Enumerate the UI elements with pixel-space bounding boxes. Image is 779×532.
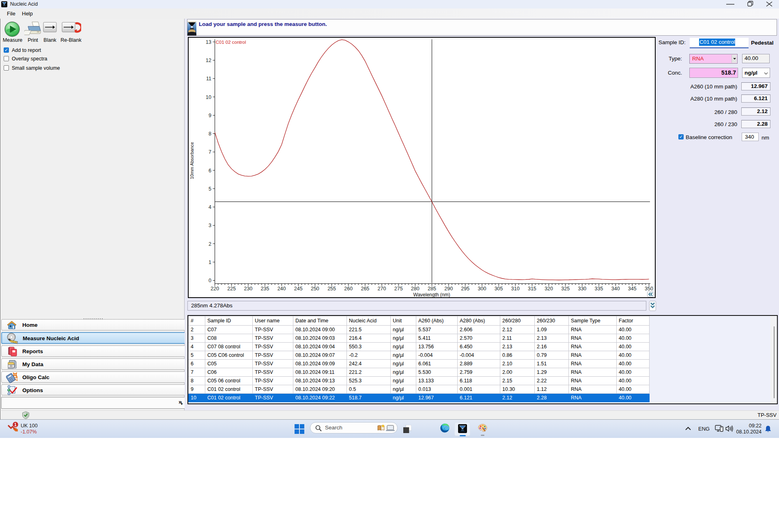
svg-text:1: 1 [14,422,17,427]
svg-text:250: 250 [311,286,319,292]
svg-text:235: 235 [261,286,269,292]
svg-text:10: 10 [206,94,211,100]
svg-text:4: 4 [209,204,211,210]
svg-text:320: 320 [544,286,553,292]
svg-text:345: 345 [628,286,637,292]
svg-text:3: 3 [209,223,211,228]
svg-text:1: 1 [209,260,211,265]
svg-text:5: 5 [209,186,211,192]
svg-text:13: 13 [206,39,211,45]
svg-text:2: 2 [209,241,211,247]
svg-text:305: 305 [495,286,503,292]
svg-text:290: 290 [444,286,453,292]
svg-text:C01 02 control: C01 02 control [216,40,246,45]
svg-text:9: 9 [209,113,211,118]
svg-text:Wavelength (nm): Wavelength (nm) [413,292,450,298]
svg-text:310: 310 [511,286,520,292]
svg-text:0: 0 [209,278,211,283]
svg-text:315: 315 [528,286,536,292]
svg-text:220: 220 [211,286,219,292]
svg-text:240: 240 [278,286,286,292]
svg-text:12: 12 [206,58,211,63]
svg-text:275: 275 [394,286,403,292]
svg-text:285: 285 [428,286,436,292]
svg-text:325: 325 [561,286,570,292]
svg-text:8: 8 [209,131,211,137]
svg-text:340: 340 [611,286,620,292]
svg-text:265: 265 [361,286,369,292]
svg-text:350: 350 [645,286,653,292]
svg-text:11: 11 [206,76,211,82]
svg-text:230: 230 [244,286,252,292]
svg-text:260: 260 [344,286,353,292]
svg-text:245: 245 [294,286,303,292]
svg-text:10mm Absorbance: 10mm Absorbance [189,142,194,179]
svg-text:6: 6 [209,168,211,174]
svg-text:255: 255 [327,286,336,292]
svg-text:7: 7 [209,149,211,155]
svg-text:225: 225 [227,286,236,292]
svg-text:300: 300 [478,286,486,292]
svg-text:335: 335 [595,286,603,292]
svg-text:330: 330 [578,286,586,292]
svg-text:270: 270 [378,286,386,292]
svg-text:280: 280 [411,286,420,292]
svg-text:295: 295 [461,286,469,292]
